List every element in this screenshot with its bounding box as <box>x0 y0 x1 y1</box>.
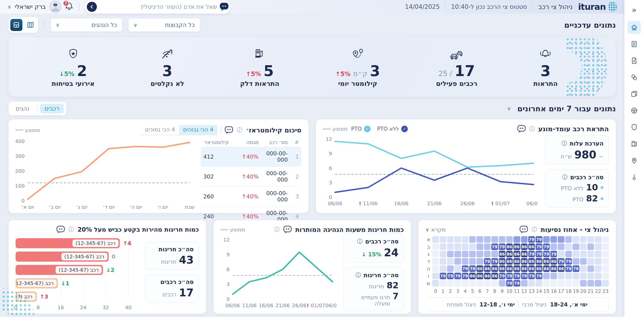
info-icon[interactable]: ⓘ <box>562 173 568 181</box>
heatmap-cell <box>565 273 572 279</box>
groups-dropdown[interactable]: כל הקבוצות ∨ <box>128 18 200 32</box>
heatmap-cell <box>462 280 468 287</box>
heatmap-cell <box>595 243 601 250</box>
assistant-bot-icon[interactable] <box>283 226 292 234</box>
day-label: ה <box>425 266 431 272</box>
info-icon[interactable]: ⓘ <box>274 226 280 233</box>
topbar: ituran ניהול צי רכב סטטוס צי הרכב נכון ל… <box>0 0 624 14</box>
tab-4 הכי נמוכים[interactable]: 4 הכי נמוכים <box>141 125 179 135</box>
sidebar-item-reports[interactable] <box>628 38 641 51</box>
sidebar-item-document[interactable] <box>628 54 641 67</box>
sidebar-collapse-icon[interactable]: « <box>632 6 636 14</box>
sidebar-item-home[interactable] <box>628 21 641 34</box>
heatmap-cell: 79 <box>506 273 513 279</box>
sidebar-item-steering-wheel[interactable] <box>628 104 641 117</box>
map-view-button[interactable] <box>24 19 36 31</box>
heatmap-cell <box>543 280 550 287</box>
assistant-bot-icon[interactable] <box>56 226 65 234</box>
heatmap-cell <box>454 258 461 265</box>
heatmap-cell <box>580 280 587 287</box>
heatmap-cell <box>476 251 483 257</box>
heatmap-cell: 86 <box>521 251 528 257</box>
heatmap-cell <box>440 265 446 272</box>
bar-row: רכב (12-345-67)↓1 <box>16 278 138 289</box>
table-row[interactable]: 3000-00-000↑40%260 <box>201 187 301 206</box>
table-row[interactable]: 1000-00-000↑40%412 <box>201 147 301 167</box>
heatmap-cell <box>587 280 594 287</box>
vehicle-label-pill: רכב (12-345-67) <box>17 279 57 287</box>
heatmap-cell: 79 <box>536 243 542 250</box>
chevron-down-icon[interactable]: ∨ <box>507 105 511 112</box>
heatmap-cell: 86 <box>513 258 520 265</box>
sidebar-item-finance[interactable] <box>628 71 641 84</box>
send-button[interactable] <box>87 2 97 12</box>
bar-delta: ↓1 <box>61 280 69 287</box>
vehicles-drivers-toggle: רכבים נהגים <box>9 102 66 115</box>
assistant-bot-icon[interactable] <box>220 3 229 11</box>
info-icon[interactable]: ⓘ <box>529 125 535 133</box>
svg-text:3: 3 <box>329 180 332 186</box>
svg-text:16/06: 16/06 <box>259 302 273 308</box>
svg-text:יום ב׳: יום ב׳ <box>49 204 61 210</box>
copy-docs-icon <box>630 90 638 98</box>
total-vehicles-box: סה״כ רכבים 17רכבים <box>145 274 199 303</box>
legend-item-ללא PTO[interactable]: ✓ללא PTO <box>377 126 408 132</box>
average-legend: ממוצע <box>323 126 348 132</box>
sidebar-item-shield[interactable] <box>628 121 641 134</box>
heatmap-cell <box>447 265 454 272</box>
user-name[interactable]: ברק ישראלי <box>15 3 46 10</box>
sidebar-item-thermometer[interactable] <box>628 170 641 184</box>
violation-bar: רכב (12-345-67) <box>16 278 58 288</box>
info-icon[interactable]: ⓘ <box>68 226 74 233</box>
notifications-bell-icon[interactable]: 7 <box>65 2 73 12</box>
heatmap-cell: 86 <box>476 265 483 272</box>
info-icon[interactable]: ⓘ <box>355 271 361 279</box>
divider <box>518 301 518 308</box>
heatmap-cell <box>469 280 476 287</box>
sidebar-item-fuel-pump[interactable] <box>628 137 641 150</box>
heatmap-cell: 86 <box>484 273 491 279</box>
heatmap-cell <box>580 258 587 265</box>
avatar[interactable] <box>49 1 61 13</box>
chevron-down-icon[interactable]: ∨ <box>8 4 11 10</box>
dashboard-view-button[interactable] <box>10 19 22 31</box>
svg-text:יום א׳: יום א׳ <box>21 204 34 210</box>
legend-item-PTO[interactable]: ✓PTO <box>351 126 371 132</box>
drivers-dropdown[interactable]: כל הנהגים ∨ <box>51 18 122 32</box>
info-icon[interactable]: ⓘ <box>357 238 363 245</box>
assistant-bot-icon[interactable] <box>517 125 526 133</box>
sidebar-item-map-pin[interactable] <box>628 154 641 167</box>
heatmap-cell <box>602 243 609 250</box>
week-section-header: נתונים עבור 7 ימים אחרונים ∨ רכבים נהגים <box>9 102 616 115</box>
heatmap-cell: 86 <box>491 265 498 272</box>
sidebar-item-copy-docs[interactable] <box>628 87 641 100</box>
day-label: ג <box>425 251 431 257</box>
bar-delta: ↑3 <box>40 294 48 300</box>
km-tabs: 4 הכי גבוהים4 הכי נמוכים <box>141 125 217 135</box>
assistant-bot-icon[interactable] <box>225 126 233 134</box>
heatmap-cell: 86 <box>506 251 513 257</box>
heatmap-row: ה79798686868686868686868686867979 <box>425 265 609 272</box>
legend-dropdown[interactable]: מקרא∨ <box>425 227 446 233</box>
kpi-לא נקלטים: 3לא נקלטים <box>150 47 184 87</box>
bar-row: רכב (12-345-67)↑4 <box>16 238 138 249</box>
heatmap-footnote: ימי א׳, 18-24ניצול מרבי ימי ו׳, 12-18ניצ… <box>425 297 609 311</box>
heatmap-cell <box>440 280 446 287</box>
info-icon[interactable]: ⓘ <box>532 226 537 233</box>
heatmap-cell <box>595 265 601 272</box>
day-label: ב <box>425 244 431 250</box>
toggle-vehicles[interactable]: רכבים <box>40 104 64 113</box>
heatmap-cell <box>447 243 454 250</box>
tab-4 הכי גבוהים[interactable]: 4 הכי גבוהים <box>179 125 218 135</box>
heatmap-cell: 79 <box>565 265 572 272</box>
assistant-bot-icon[interactable] <box>519 226 528 234</box>
assistant-input[interactable] <box>99 4 217 10</box>
info-icon[interactable]: ⓘ <box>561 140 567 147</box>
toggle-drivers[interactable]: נהגים <box>11 104 34 113</box>
stat-title: סה״כ רכביםⓘ <box>550 173 603 181</box>
kpi-התראות: 3התראות <box>533 47 558 87</box>
heatmap-cell: 79 <box>528 236 535 243</box>
pto-line-chart: 03691206/06! 11/0616/0621/0626/06! 01/07… <box>323 135 538 207</box>
table-row[interactable]: 2000-00-000↑40%302 <box>201 167 301 187</box>
info-icon[interactable]: ⓘ <box>237 126 242 134</box>
